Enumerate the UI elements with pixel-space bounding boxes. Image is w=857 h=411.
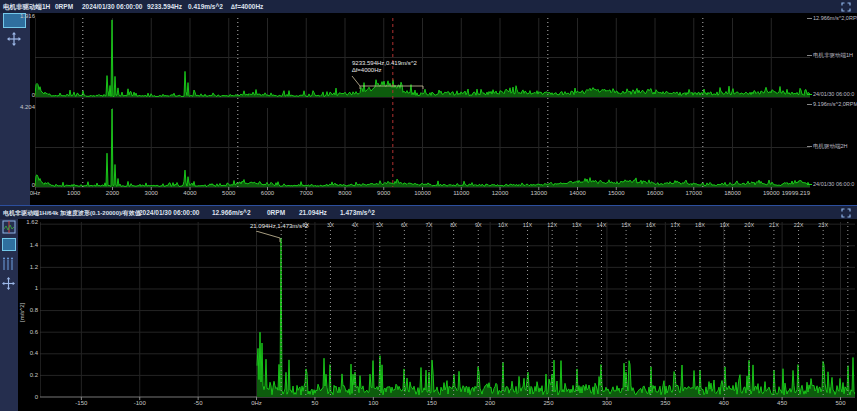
- harmonic-cursor-label: 16X: [646, 222, 656, 228]
- trace-info-label: 电机非驱动端1H: [813, 52, 853, 59]
- top-x-tick-label: 13000: [530, 190, 547, 196]
- bottom-header-time: 2024/01/30 06:00:00: [139, 209, 199, 216]
- harmonic-cursor-label: 10X: [498, 222, 508, 228]
- top-cursors: [35, 18, 810, 187]
- harmonic-cursor-label: 6X: [401, 222, 408, 228]
- move-icon-bottom[interactable]: [2, 277, 15, 290]
- top-x-tick-label: 11000: [453, 190, 469, 196]
- bottom-x-tick-label: 250: [544, 400, 554, 406]
- trace-info-tick: [807, 146, 812, 147]
- bottom-panel-header: 电机非驱动端1H/64k 加速度波形(0.1-20000)/有效值 2024/0…: [0, 205, 857, 219]
- top-x-tick-label: 19000: [763, 190, 780, 196]
- bottom-x-tick-label: 100: [368, 400, 378, 406]
- harmonic-cursor-label: 12X: [547, 222, 557, 228]
- bottom-x-tick-label: 50: [312, 400, 319, 406]
- bottom-header-title: 电机非驱动端1H/64k 加速度波形(0.1-20000)/有效值: [3, 209, 141, 218]
- bottom-annotation-leader: [252, 231, 292, 243]
- bottom-cursors: [40, 222, 855, 397]
- trace-info-tick: [807, 18, 812, 19]
- bottom-x-tick-label: 150: [427, 400, 437, 406]
- top-header-channel: 电机非驱动端1H: [3, 3, 50, 12]
- top-x-tick-label: 4000: [183, 190, 196, 196]
- top-x-tick-label: 15000: [608, 190, 625, 196]
- trace-info-tick: [807, 184, 812, 185]
- bottom-cursor-annotation: 21.094Hz,1.473m/s^2: [250, 223, 308, 230]
- bottom-x-tick-label: 0Hz: [251, 400, 262, 406]
- harmonic-cursor-label: 20X: [744, 222, 754, 228]
- bottom-panel-sidebar: [0, 219, 18, 411]
- trace-info-label: 9.196m/s^2,0RPM: [813, 101, 857, 107]
- trace-info-label: 电机驱动端2H: [813, 143, 848, 150]
- top-x-tick-label: 19999.219: [782, 190, 810, 196]
- trace-info-tick: [807, 94, 812, 95]
- top-x-tick-label: 14000: [569, 190, 586, 196]
- bottom-x-tick-label: 350: [660, 400, 670, 406]
- top-x-tick-label: 3000: [145, 190, 158, 196]
- top-x-tick-label: 5000: [222, 190, 235, 196]
- bottom-x-tick-label: 300: [602, 400, 612, 406]
- move-icon[interactable]: [7, 32, 21, 46]
- top-cursor-annotation: 9233.594Hz,0.419m/s^2 ∆f=4000Hz: [352, 60, 417, 74]
- bottom-x-tick-label: 400: [719, 400, 729, 406]
- top-x-tick-label: 9000: [377, 190, 390, 196]
- top-x-tick-label: 1000: [67, 190, 80, 196]
- top-x-tick-label: 16000: [647, 190, 664, 196]
- harmonic-cursor-label: 18X: [695, 222, 705, 228]
- harmonic-cursor-label: 11X: [523, 222, 532, 228]
- top-y-tick-label: 4.204: [3, 104, 35, 110]
- harmonic-cursor-label: 19X: [720, 222, 730, 228]
- harmonic-cursor-label: 4X: [352, 222, 359, 228]
- harmonic-cursor-label: 21X: [769, 222, 779, 228]
- top-y-tick-label: 0: [3, 92, 35, 98]
- harmonic-cursor-icon[interactable]: [2, 257, 16, 270]
- top-x-tick-label: 12000: [492, 190, 509, 196]
- bottom-x-tick-label: 500: [836, 400, 846, 406]
- top-x-tick-label: 2000: [106, 190, 119, 196]
- bottom-header-rpm: 0RPM: [267, 209, 285, 216]
- harmonic-cursor-label: 17X: [670, 222, 680, 228]
- top-header-cursor-freq: 9233.594Hz: [147, 3, 182, 10]
- top-panel-header: 电机非驱动端1H 0RPM 2024/01/30 06:00:00 9233.5…: [0, 0, 857, 13]
- harmonic-cursor-label: 3X: [327, 222, 334, 228]
- top-header-cursor-amp: 0.419m/s^2: [188, 3, 223, 10]
- harmonic-cursor-label: 5X: [376, 222, 383, 228]
- harmonic-cursor-label: 7X: [426, 222, 433, 228]
- harmonic-cursor-label: 9X: [475, 222, 482, 228]
- top-y-tick-label: 1.916: [3, 13, 35, 19]
- top-header-rpm: 0RPM: [55, 3, 73, 10]
- trace-info-tick: [807, 55, 812, 56]
- harmonic-cursor-label: 8X: [450, 222, 457, 228]
- top-header-delta-f: ∆f=4000Hz: [231, 3, 263, 10]
- top-x-tick-label: 10000: [414, 190, 431, 196]
- expand-icon-bottom[interactable]: [841, 208, 851, 218]
- trace-info-label: 24/01/30 06:00:0: [813, 181, 854, 187]
- harmonic-cursor-label: 13X: [572, 222, 582, 228]
- bottom-y-axis-unit: [m/s^2]: [19, 303, 25, 322]
- bottom-x-tick-label: -100: [134, 400, 146, 406]
- harmonic-cursor-label: 15X: [621, 222, 631, 228]
- cursor-tool-icon[interactable]: [2, 220, 16, 234]
- trace-info-tick: [807, 104, 812, 105]
- harmonic-cursor-label: 23X: [818, 222, 828, 228]
- bottom-x-tick-label: -50: [194, 400, 203, 406]
- top-y-tick-label: 0: [3, 182, 35, 188]
- bottom-x-tick-label: 450: [777, 400, 787, 406]
- top-x-tick-label: 8000: [338, 190, 351, 196]
- top-header-time: 2024/01/30 06:00:00: [82, 3, 142, 10]
- bottom-header-cursor-amp: 1.473m/s^2: [340, 209, 375, 216]
- top-x-tick-label: 18000: [724, 190, 741, 196]
- bottom-header-rms: 12.966m/s^2: [212, 209, 251, 216]
- bottom-header-cursor-freq: 21.094Hz: [299, 209, 327, 216]
- harmonic-cursor-label: 14X: [597, 222, 607, 228]
- harmonic-cursor-label: 22X: [794, 222, 804, 228]
- trace-info-label: 24/01/30 06:00:0: [813, 91, 854, 97]
- expand-icon[interactable]: [841, 2, 851, 12]
- trace-info-label: 12.966m/s^2,0RPM: [813, 15, 857, 21]
- top-x-tick-label: 7000: [300, 190, 313, 196]
- top-annotation-bracket: [348, 76, 433, 90]
- top-x-tick-label: 6000: [261, 190, 274, 196]
- vibration-analysis-app: 电机非驱动端1H 0RPM 2024/01/30 06:00:00 9233.5…: [0, 0, 857, 411]
- top-x-tick-label: 0Hz: [30, 190, 41, 196]
- bottom-x-tick-label: 200: [485, 400, 495, 406]
- band-tool-icon-bottom[interactable]: [2, 238, 16, 251]
